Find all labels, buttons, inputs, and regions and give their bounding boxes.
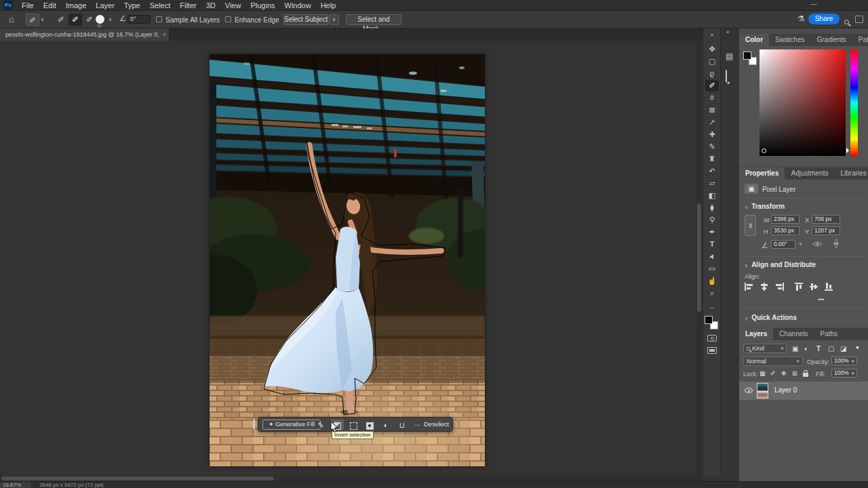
screen-mode-icon[interactable] — [707, 347, 717, 354]
sample-all-layers-checkbox[interactable] — [156, 16, 162, 22]
menu-select[interactable]: Select — [145, 0, 176, 11]
brush-tool[interactable]: ✎ — [705, 141, 719, 152]
opacity-input[interactable]: 100%∨ — [831, 357, 857, 365]
photo-document[interactable] — [210, 54, 485, 466]
selection-brush-tool[interactable]: ✐ — [705, 80, 719, 92]
filter-smart-objects-icon[interactable]: ◪ — [840, 345, 846, 352]
align-bottom-icon[interactable] — [825, 283, 834, 291]
flip-horizontal-icon[interactable]: ◁|▷ — [812, 241, 822, 247]
y-input[interactable]: 1207 px — [812, 226, 840, 235]
shape-tool[interactable]: ▭ — [705, 263, 719, 274]
tab-properties[interactable]: Properties — [739, 167, 785, 180]
new-selection-mode-icon[interactable]: ✐ — [54, 14, 68, 26]
photoshop-logo[interactable]: Ps — [3, 1, 13, 9]
share-button[interactable]: Share — [808, 14, 840, 24]
collapse-dock-icon[interactable]: « — [726, 29, 729, 35]
flip-vertical-icon[interactable]: ◁|▷ — [833, 239, 840, 248]
quick-actions-header[interactable]: ∨Quick Actions — [745, 314, 797, 321]
width-input[interactable]: 2386 px — [771, 215, 800, 224]
subtract-selection-mode-icon[interactable]: ✐ — [83, 14, 96, 26]
zoom-tool[interactable]: ⌕ — [705, 287, 719, 299]
link-dimensions-icon[interactable]: ∞ — [745, 215, 756, 236]
transform-selection-icon[interactable] — [347, 420, 360, 430]
color-picker-handle[interactable] — [762, 148, 766, 153]
deselect-button[interactable]: Deselect — [424, 420, 449, 428]
menu-type[interactable]: Type — [119, 0, 145, 11]
collapse-toolbar-icon[interactable]: « — [705, 29, 719, 41]
align-h-center-icon[interactable] — [760, 283, 769, 291]
menu-edit[interactable]: Edit — [39, 0, 61, 11]
pen-tool[interactable]: ✒ — [705, 226, 719, 238]
marquee-tool[interactable]: ▢ — [705, 56, 719, 67]
tab-gradients[interactable]: Gradients — [810, 34, 852, 46]
workspace-switcher-icon[interactable] — [855, 16, 863, 23]
menu-layer[interactable]: Layer — [91, 0, 119, 11]
hue-slider-handle[interactable] — [846, 148, 852, 153]
filter-toggle-icon[interactable]: ● — [856, 344, 859, 350]
filter-adjustment-layers-icon[interactable]: ◐ — [804, 345, 808, 352]
select-and-mask-button[interactable]: Select and Mask... — [346, 14, 401, 25]
crop-tool[interactable]: # — [705, 92, 719, 104]
layer-thumbnail[interactable] — [757, 383, 768, 399]
layer-visibility-eye-icon[interactable] — [745, 388, 753, 393]
enhance-edge-checkbox[interactable] — [225, 16, 231, 22]
angle-input[interactable]: 0.00° — [771, 240, 795, 249]
align-section-header[interactable]: ∨Align and Distribute — [745, 261, 816, 268]
select-and-mask-icon[interactable] — [363, 420, 376, 430]
brush-caret-icon[interactable]: ∨ — [108, 17, 112, 22]
tab-adjustments[interactable]: Adjustments — [785, 167, 834, 180]
generative-fill-button[interactable]: ✦ Generative Fill — [262, 420, 321, 430]
search-icon[interactable] — [844, 16, 849, 28]
eraser-tool[interactable]: ▱ — [705, 178, 719, 189]
document-tab[interactable]: pexels-wellington-cunha-1918445.jpg @ 16… — [0, 28, 170, 41]
hue-slider[interactable] — [850, 49, 858, 156]
tech-preview-icon[interactable]: ⚗ — [797, 14, 805, 24]
tab-paths[interactable]: Paths — [814, 328, 844, 340]
layer-name[interactable]: Layer 0 — [774, 386, 797, 394]
horizontal-scrollbar-thumb[interactable] — [1, 476, 274, 481]
status-chevron-icon[interactable]: › — [100, 482, 102, 488]
type-tool[interactable]: T — [705, 239, 719, 250]
align-right-icon[interactable] — [774, 283, 784, 291]
blend-mode-select[interactable]: Normal∨ — [743, 357, 803, 366]
filter-type-layers-icon[interactable]: T — [816, 345, 821, 352]
align-v-center-icon[interactable] — [810, 283, 819, 291]
tab-swatches[interactable]: Swatches — [769, 34, 810, 46]
comments-panel-icon[interactable] — [726, 70, 727, 83]
healing-brush-tool[interactable]: ✚ — [705, 129, 719, 140]
tool-preset-caret-icon[interactable]: ∨ — [41, 17, 44, 22]
lock-transparent-icon[interactable]: ▦ — [760, 370, 766, 377]
foreground-color-swatch[interactable] — [705, 316, 713, 324]
gradient-tool[interactable]: ◧ — [705, 190, 719, 201]
height-input[interactable]: 3530 px — [771, 226, 800, 235]
fill-selection-icon[interactable]: ⊔ — [395, 420, 409, 430]
angle-input[interactable]: 0° — [127, 15, 151, 24]
tab-patterns[interactable]: Patterns — [852, 34, 868, 46]
brush-size-preview[interactable] — [96, 15, 104, 24]
home-icon[interactable]: ⌂ — [9, 14, 14, 24]
filter-pixel-layers-icon[interactable]: ▣ — [792, 345, 798, 352]
lock-all-icon[interactable] — [803, 373, 808, 377]
lock-position-icon[interactable]: ✥ — [781, 370, 787, 377]
menu-help[interactable]: Help — [316, 0, 341, 11]
zoom-level-field[interactable]: 16.67% — [0, 482, 31, 488]
dodge-tool[interactable]: ⚲ — [705, 214, 719, 226]
select-subject-caret[interactable]: ∨ — [329, 14, 339, 25]
menu-plugins[interactable]: Plugins — [245, 0, 279, 11]
layer-filter-kind[interactable]: Kind∨ — [743, 344, 787, 353]
filter-shape-layers-icon[interactable]: ▢ — [828, 345, 834, 352]
foreground-background-colors[interactable] — [705, 316, 719, 331]
canvas-area[interactable] — [0, 41, 703, 476]
select-subject-button[interactable]: Select Subject — [283, 14, 328, 25]
adjustment-icon[interactable]: ◐ — [379, 420, 393, 430]
blur-tool[interactable]: ⧫ — [705, 202, 719, 214]
tab-layers[interactable]: Layers — [739, 328, 773, 340]
tab-channels[interactable]: Channels — [773, 328, 814, 340]
menu-view[interactable]: View — [220, 0, 246, 11]
edit-toolbar-icon[interactable]: ⋯ — [705, 302, 719, 314]
tool-preset-icon[interactable]: ✐ — [26, 14, 39, 26]
tab-color[interactable]: Color — [739, 34, 769, 46]
lock-artboard-icon[interactable]: ⊞ — [792, 370, 797, 377]
menu-3d[interactable]: 3D — [201, 0, 220, 11]
x-input[interactable]: 706 px — [812, 215, 840, 224]
